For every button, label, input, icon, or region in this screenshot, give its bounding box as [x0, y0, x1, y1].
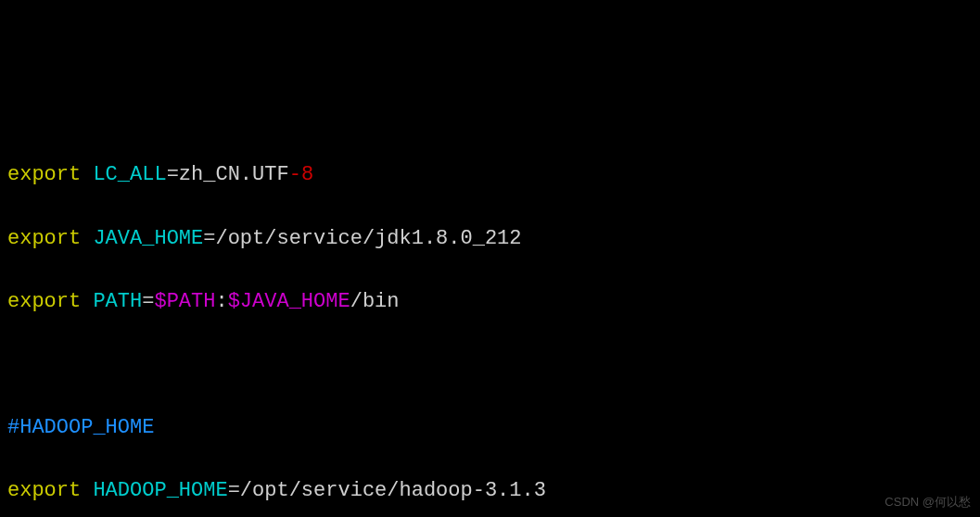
value-text: zh_CN.UTF [179, 163, 289, 186]
watermark-text: CSDN @何以愁 [885, 493, 971, 511]
keyword-export: export [7, 163, 81, 186]
keyword-export: export [7, 290, 81, 313]
path-suffix: /bin [350, 290, 400, 313]
code-line: export JAVA_HOME=/opt/service/jdk1.8.0_2… [7, 223, 973, 255]
var-ref: $JAVA_HOME [228, 290, 350, 313]
number: 8 [301, 163, 313, 186]
equals-op: = [167, 163, 179, 186]
equals-op: = [142, 290, 154, 313]
code-line: export HADOOP_HOME=/opt/service/hadoop-3… [7, 475, 973, 507]
code-line: export PATH=$PATH:$JAVA_HOME/bin [7, 286, 973, 318]
comment-text: #HADOOP_HOME [7, 416, 154, 439]
keyword-export: export [7, 227, 81, 250]
equals-op: = [228, 479, 240, 502]
colon-op: : [215, 290, 227, 313]
path-text: /opt/service/hadoop-3.1.3 [240, 479, 546, 502]
blank-line [7, 349, 973, 381]
dash: - [289, 163, 301, 186]
var-name: HADOOP_HOME [93, 479, 227, 502]
var-name: PATH [93, 290, 142, 313]
comment-line: #HADOOP_HOME [7, 412, 973, 444]
terminal-editor[interactable]: export LC_ALL=zh_CN.UTF-8 export JAVA_HO… [7, 128, 973, 517]
keyword-export: export [7, 479, 81, 502]
code-line: export LC_ALL=zh_CN.UTF-8 [7, 159, 973, 191]
var-name: LC_ALL [93, 163, 166, 186]
var-name: JAVA_HOME [93, 227, 203, 250]
path-text: /opt/service/jdk1.8.0_212 [215, 227, 521, 250]
var-ref: $PATH [154, 290, 215, 313]
equals-op: = [203, 227, 215, 250]
